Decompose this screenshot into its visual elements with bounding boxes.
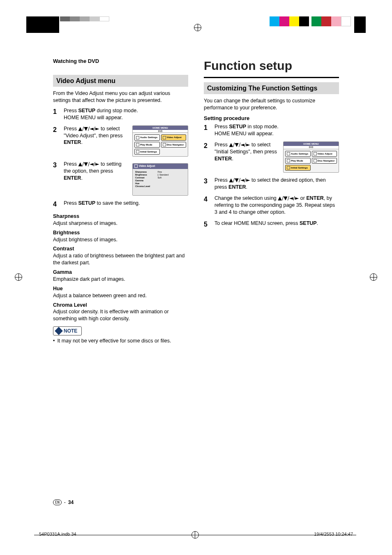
- title-rule: [204, 77, 339, 78]
- video-adjust-figure: Video Adjust Sharpness Brightness Contra…: [132, 161, 188, 196]
- page-number: EN - 34: [53, 499, 74, 506]
- home-menu-figure: HOME MENU DVD Audio Settings Video Adjus…: [132, 125, 188, 157]
- registration-mark-icon: [15, 273, 22, 281]
- menu-item: Initial Settings: [134, 149, 160, 155]
- menu-item: Audio Settings: [134, 134, 160, 140]
- left-column: Watching the DVD Video Adjust menu From …: [53, 58, 188, 345]
- registration-mark-icon: [194, 24, 201, 31]
- menu-item: Video Adjust: [312, 151, 337, 157]
- print-metadata: 54P0331A.indb 34 19/4/2553 10:24:47: [35, 531, 357, 539]
- menu-item: Play Mode: [285, 158, 311, 164]
- step-item: 3 Press ▲/▼/◄/► to setting the option, t…: [53, 161, 188, 196]
- steps-list: 1 Press SETUP in stop mode. HOME MENU wi…: [204, 123, 339, 229]
- note-badge: NOTE: [53, 326, 82, 335]
- note-icon: [55, 327, 63, 335]
- definition-list: Sharpness Adjust sharpness of images. Br…: [53, 213, 188, 322]
- chapter-label: Watching the DVD: [53, 58, 188, 65]
- registration-mark-icon: [191, 531, 199, 539]
- intro-text: You can change the default settings to c…: [204, 97, 339, 111]
- registration-mark-icon: [370, 273, 377, 281]
- step-item: 3 Press ▲/▼/◄/► to select the desired op…: [204, 177, 339, 191]
- steps-list: 1 Press SETUP during stop mode. HOME MEN…: [53, 107, 188, 209]
- lang-badge: EN: [53, 500, 62, 505]
- section-title: Video Adjust menu: [53, 75, 188, 87]
- menu-item: Play Mode: [134, 142, 160, 148]
- home-menu-figure: HOME MENU DVD Audio Settings Video Adjus…: [283, 141, 339, 173]
- menu-item: Disc Navigator: [161, 142, 187, 148]
- main-title: Function setup: [204, 58, 339, 74]
- step-item: 4 Change the selection using ▲/▼/◄/► or …: [204, 195, 339, 216]
- menu-item: Disc Navigator: [312, 158, 337, 164]
- menu-item: Audio Settings: [285, 151, 311, 157]
- menu-item: Initial Settings: [285, 165, 311, 171]
- step-item: 5 To clear HOME MENU screen, press SETUP…: [204, 220, 339, 229]
- sub-heading: Setting procedure: [204, 115, 339, 122]
- step-item: 1 Press SETUP in stop mode. HOME MENU wi…: [204, 123, 339, 137]
- menu-item: Video Adjust: [161, 134, 187, 140]
- step-item: 4 Press SETUP to save the setting.: [53, 200, 188, 209]
- step-item: 1 Press SETUP during stop mode. HOME MEN…: [53, 107, 188, 121]
- page-content: Watching the DVD Video Adjust menu From …: [35, 58, 357, 514]
- right-column: Function setup Customizing The Function …: [204, 58, 339, 345]
- step-item: 2 Press ▲/▼/◄/► to select "Initial Setti…: [204, 141, 339, 173]
- section-title: Customizing The Function Settings: [204, 82, 339, 95]
- step-item: 2 Press ▲/▼/◄/► to select "Video Adjust"…: [53, 125, 188, 157]
- note-text: •It may not be very effective for some d…: [53, 338, 188, 345]
- intro-text: From the Video Adjust menu you can adjus…: [53, 90, 188, 104]
